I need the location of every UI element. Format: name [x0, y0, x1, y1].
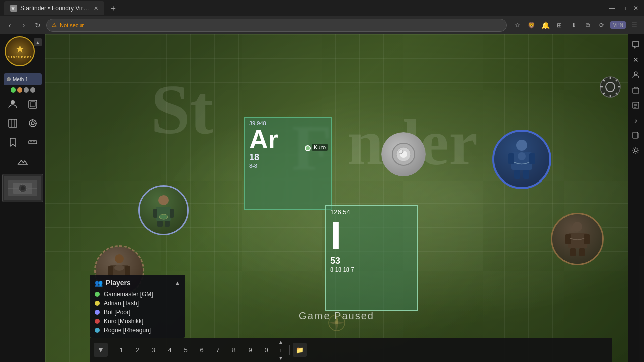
tab-close-button[interactable]: ✕	[94, 5, 98, 12]
player-name-adrian: Adrian [Tash]	[104, 300, 139, 307]
action-dot-2	[17, 87, 22, 93]
chat-button[interactable]	[629, 38, 642, 51]
token-kuro-drone[interactable]	[381, 132, 426, 176]
svg-point-42	[399, 150, 403, 154]
svg-point-22	[21, 186, 25, 190]
svg-point-38	[114, 265, 124, 271]
new-tab-button[interactable]: ＋	[106, 3, 120, 14]
svg-rect-28	[170, 209, 174, 218]
svg-point-50	[572, 222, 582, 232]
svg-rect-54	[570, 248, 576, 256]
svg-rect-2	[30, 102, 35, 107]
players-chevron-button[interactable]: ▲	[175, 280, 180, 286]
bottom-folder-button[interactable]: 📁	[293, 343, 307, 357]
reload-button[interactable]: ↻	[32, 20, 43, 31]
nav-bar: ‹ › ↻ ⚠ Not secur ☆ 🦁 🔔 ⊞ ⬇ ⧉ ⟳ VPN ☰	[0, 16, 644, 34]
sidebar-icon-row-1	[4, 95, 42, 113]
briefcase-button[interactable]	[629, 83, 642, 97]
number-9[interactable]: 9	[243, 343, 257, 357]
svg-rect-30	[165, 221, 170, 227]
right-sidebar: ✕ ♪	[628, 34, 644, 362]
forward-button[interactable]: ›	[18, 20, 29, 31]
notes-button[interactable]	[629, 99, 642, 112]
element-fi-number: 53	[330, 256, 413, 266]
svg-rect-63	[633, 88, 639, 93]
sidebar-icon-row-3	[4, 133, 42, 151]
player-item-bot[interactable]: Bot [Poor]	[90, 308, 185, 317]
notifications-icon[interactable]: 🔔	[540, 20, 551, 31]
character-indicator[interactable]: Meth 1	[4, 73, 42, 85]
svg-rect-29	[157, 221, 163, 227]
music-button[interactable]: ♪	[629, 114, 642, 127]
extensions-icon[interactable]: ⧉	[582, 20, 593, 31]
player-item-adrian[interactable]: Adrian [Tash]	[90, 299, 185, 308]
bookmark-button-sidebar[interactable]	[4, 133, 22, 151]
target-button[interactable]	[24, 114, 42, 132]
map-button[interactable]	[4, 114, 22, 132]
vpn-badge[interactable]: VPN	[610, 21, 626, 29]
scroll-down-button[interactable]: ▼	[275, 354, 286, 362]
select-button[interactable]	[24, 95, 42, 113]
app-container: ★ Starfinder ▲ Meth 1	[0, 34, 644, 362]
token-mushikk[interactable]	[551, 213, 604, 265]
number-3[interactable]: 3	[146, 343, 160, 357]
wallet-icon[interactable]: ⊞	[554, 20, 565, 31]
menu-button[interactable]: ☰	[629, 20, 640, 31]
browser-tab[interactable]: ★ Starfinder • Foundry Virtual Table... …	[4, 1, 104, 15]
element-ar-box: 39.948 Ar 18 8-8	[244, 117, 332, 210]
window-controls: — □ ✕	[608, 5, 640, 12]
player-item-kuro[interactable]: Kuro [Mushikk]	[90, 317, 185, 326]
tab-favicon: ★	[10, 5, 17, 12]
security-warning-label: Not secur	[60, 22, 84, 28]
svg-rect-45	[508, 153, 514, 164]
address-input[interactable]	[87, 22, 501, 29]
sidebar-collapse-button[interactable]: ▲	[34, 38, 42, 46]
floating-settings-gear[interactable]	[598, 74, 623, 100]
token-adrian[interactable]	[138, 185, 189, 235]
main-canvas[interactable]: St nder F 39.948 Ar 18 8-8 126.54 I 53 8…	[45, 34, 628, 362]
svg-rect-1	[29, 100, 37, 108]
number-1[interactable]: 1	[114, 343, 128, 357]
sidebar-icon-row-2	[4, 114, 42, 132]
player-name-rogue: Rogue [Rheagun]	[104, 327, 151, 334]
player-dot-gm	[95, 292, 100, 297]
number-8[interactable]: 8	[227, 343, 241, 357]
close-button-right[interactable]: ✕	[629, 53, 642, 66]
number-6[interactable]: 6	[195, 343, 209, 357]
element-fi-mass: 126.54	[330, 208, 413, 216]
compendium-button[interactable]	[629, 129, 642, 142]
separator-2	[289, 345, 290, 355]
brave-icon[interactable]: 🦁	[526, 20, 537, 31]
svg-rect-47	[514, 170, 520, 179]
number-2[interactable]: 2	[130, 343, 144, 357]
player-dot-kuro	[95, 319, 100, 324]
browser-chrome: ★ Starfinder • Foundry Virtual Table... …	[0, 0, 644, 34]
action-dot-3	[24, 87, 29, 93]
number-5[interactable]: 5	[179, 343, 193, 357]
sync-icon[interactable]: ⟳	[596, 20, 607, 31]
character-button[interactable]	[4, 95, 22, 113]
svg-point-6	[29, 120, 36, 127]
bookmark-button[interactable]: ☆	[512, 20, 523, 31]
address-bar[interactable]: ⚠ Not secur	[46, 19, 507, 32]
minimize-button[interactable]: —	[608, 5, 616, 12]
number-4[interactable]: 4	[163, 343, 177, 357]
settings-button-right[interactable]	[629, 144, 642, 157]
players-title: Players	[106, 279, 131, 287]
number-7[interactable]: 7	[211, 343, 225, 357]
download-icon[interactable]: ⬇	[568, 20, 579, 31]
player-item-gm[interactable]: Gamemaster [GM]	[90, 290, 185, 299]
svg-point-70	[634, 149, 637, 152]
svg-rect-46	[529, 153, 535, 164]
close-window-button[interactable]: ✕	[632, 5, 640, 12]
terrain-button[interactable]	[14, 153, 32, 171]
number-0[interactable]: 0	[259, 343, 273, 357]
scroll-up-button[interactable]: ▲	[275, 338, 286, 346]
token-tash[interactable]	[492, 130, 551, 189]
ruler-button[interactable]	[24, 133, 42, 151]
player-item-rogue[interactable]: Rogue [Rheagun]	[90, 326, 185, 335]
maximize-button[interactable]: □	[620, 5, 628, 12]
back-button[interactable]: ‹	[4, 20, 15, 31]
bottom-down-button[interactable]: ▼	[94, 343, 108, 357]
users-button[interactable]	[629, 68, 642, 81]
